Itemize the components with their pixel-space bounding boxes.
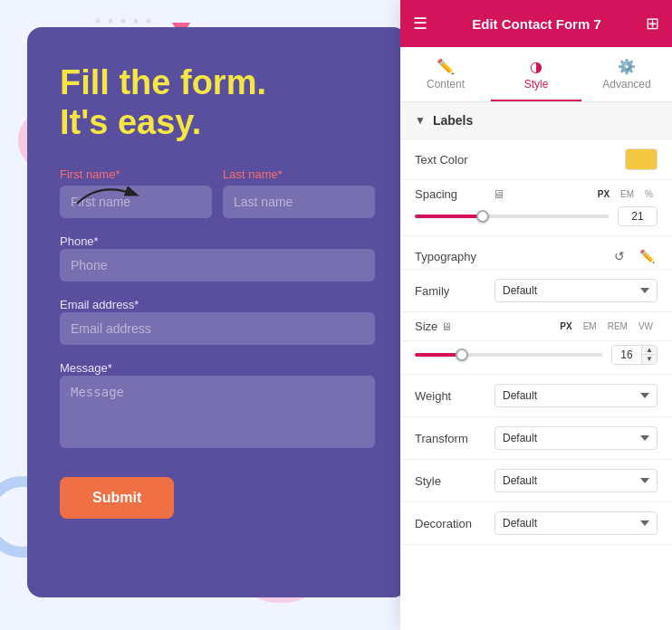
weight-label: Weight: [415, 389, 487, 403]
size-unit-em[interactable]: EM: [579, 320, 601, 333]
size-slider-row: ▲ ▼: [400, 341, 672, 375]
transform-select[interactable]: Default: [494, 426, 658, 450]
spacing-unit-em[interactable]: EM: [616, 187, 638, 201]
editor-body: ▼ Labels Text Color Spacing 🖥 PX EM %: [400, 102, 672, 630]
weight-row: Weight Default: [400, 375, 672, 417]
spacing-label: Spacing: [415, 187, 487, 201]
size-stepper: ▲ ▼: [641, 346, 657, 364]
size-unit-px[interactable]: PX: [555, 320, 576, 333]
typography-row: Typography ↺ ✏️: [400, 236, 672, 270]
typography-actions: ↺ ✏️: [609, 245, 658, 267]
editor-panel: ☰ Edit Contact Form 7 ⊞ ✏️ Content ◑ Sty…: [400, 0, 672, 630]
name-row: First name* Last name*: [60, 167, 375, 218]
phone-input[interactable]: [60, 249, 375, 282]
family-label: Family: [415, 284, 487, 298]
submit-button[interactable]: Submit: [60, 477, 174, 519]
svg-point-2: [121, 19, 126, 24]
last-name-label: Last name*: [223, 167, 375, 181]
editor-tabs: ✏️ Content ◑ Style ⚙️ Advanced: [400, 47, 672, 102]
size-unit-rem[interactable]: REM: [603, 320, 632, 333]
labels-section-header[interactable]: ▼ Labels: [400, 102, 672, 139]
email-group: Email address*: [60, 296, 375, 345]
typography-label: Typography: [415, 250, 476, 263]
spacing-unit-percent[interactable]: %: [640, 187, 658, 201]
spacing-monitor-icon: 🖥: [493, 187, 504, 201]
spacing-unit-px[interactable]: PX: [593, 187, 614, 201]
tab-style[interactable]: ◑ Style: [491, 47, 581, 101]
section-collapse-arrow: ▼: [415, 114, 426, 127]
size-decrement-btn[interactable]: ▼: [642, 355, 657, 364]
family-row: Family Default: [400, 270, 672, 312]
size-unit-vw[interactable]: VW: [634, 320, 658, 333]
first-name-group: First name*: [60, 167, 212, 218]
size-increment-btn[interactable]: ▲: [642, 346, 657, 355]
spacing-track: [415, 215, 483, 218]
size-value-input[interactable]: [612, 346, 641, 364]
size-thumb: [456, 348, 468, 361]
labels-section-title: Labels: [433, 113, 473, 128]
form-title: Fill the form. It's easy.: [60, 63, 375, 142]
editor-header: ☰ Edit Contact Form 7 ⊞: [400, 0, 672, 47]
decoration-label: Decoration: [415, 517, 487, 530]
message-input[interactable]: [60, 376, 375, 448]
transform-label: Transform: [415, 432, 487, 445]
weight-select[interactable]: Default: [494, 384, 658, 407]
tab-content[interactable]: ✏️ Content: [400, 47, 491, 101]
form-panel: Fill the form. It's easy. First name* La…: [27, 27, 408, 597]
decoration-select[interactable]: Default: [494, 511, 658, 535]
typography-edit-btn[interactable]: ✏️: [636, 245, 658, 267]
size-slider[interactable]: [415, 353, 602, 357]
email-input[interactable]: [60, 312, 375, 345]
svg-point-0: [96, 19, 101, 24]
svg-point-1: [109, 19, 113, 24]
phone-label: Phone*: [60, 234, 99, 248]
first-name-input[interactable]: [60, 186, 212, 218]
style-tab-label: Style: [524, 78, 549, 91]
text-color-swatch[interactable]: [625, 148, 658, 170]
spacing-thumb: [476, 210, 489, 223]
content-tab-icon: ✏️: [437, 58, 455, 75]
svg-point-3: [134, 19, 139, 24]
last-name-input[interactable]: [223, 186, 375, 218]
svg-point-4: [147, 19, 151, 24]
first-name-label: First name*: [60, 167, 212, 181]
menu-icon[interactable]: ☰: [413, 14, 427, 33]
style-row: Style Default: [400, 460, 672, 502]
spacing-value-input[interactable]: [618, 206, 658, 226]
tab-advanced[interactable]: ⚙️ Advanced: [581, 47, 672, 101]
size-input-group: ▲ ▼: [611, 345, 658, 365]
message-group: Message*: [60, 359, 375, 452]
advanced-tab-icon: ⚙️: [618, 58, 636, 75]
spacing-section: Spacing 🖥 PX EM %: [400, 180, 672, 236]
size-label: Size 🖥: [415, 320, 469, 333]
spacing-unit-tabs: PX EM %: [593, 187, 658, 201]
typography-reset-btn[interactable]: ↺: [609, 245, 630, 267]
size-row: Size 🖥 PX EM REM VW: [400, 312, 672, 341]
style-label: Style: [415, 474, 487, 488]
decoration-row: Decoration Default: [400, 502, 672, 545]
style-select[interactable]: Default: [494, 469, 658, 492]
email-label: Email address*: [60, 298, 139, 311]
content-tab-label: Content: [427, 78, 465, 91]
text-color-row: Text Color: [400, 139, 672, 180]
last-name-group: Last name*: [223, 167, 375, 218]
size-unit-tabs: PX EM REM VW: [555, 320, 658, 333]
message-label: Message*: [60, 361, 112, 375]
style-tab-icon: ◑: [530, 58, 542, 75]
grid-icon[interactable]: ⊞: [646, 14, 659, 33]
text-color-label: Text Color: [415, 153, 487, 167]
size-monitor-icon: 🖥: [441, 320, 452, 333]
family-select[interactable]: Default: [494, 279, 658, 302]
size-track: [415, 353, 462, 357]
editor-title: Edit Contact Form 7: [427, 16, 646, 32]
advanced-tab-label: Advanced: [602, 78, 650, 91]
phone-group: Phone*: [60, 233, 375, 282]
transform-row: Transform Default: [400, 417, 672, 460]
spacing-slider[interactable]: [415, 215, 609, 218]
